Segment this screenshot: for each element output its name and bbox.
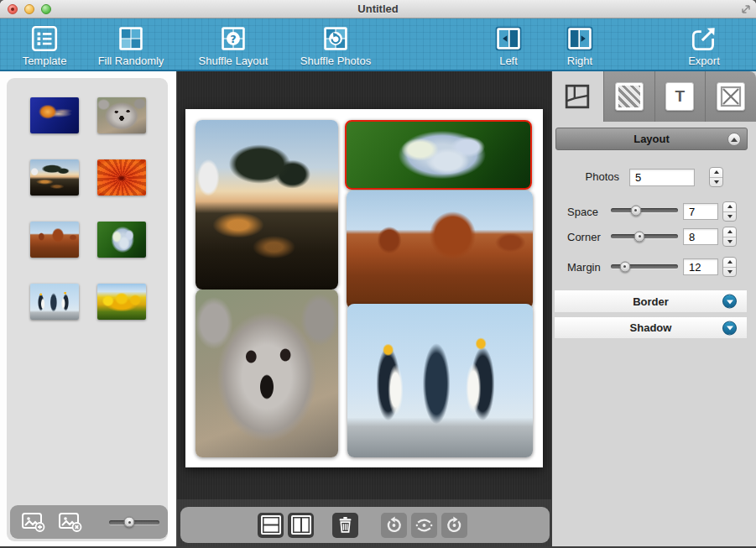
app-window: Untitled Template — [0, 0, 756, 548]
thumbnail-zoom-slider[interactable] — [109, 520, 159, 525]
space-label: Space — [567, 206, 598, 218]
svg-text:?: ? — [230, 32, 236, 44]
corner-stepper[interactable] — [722, 227, 737, 247]
border-section-header[interactable]: Border — [554, 290, 748, 313]
text-tab-icon: T — [665, 82, 694, 111]
space-slider[interactable] — [611, 208, 678, 212]
add-photos-button[interactable] — [21, 511, 46, 533]
collapse-layout-button[interactable] — [727, 133, 741, 146]
corner-slider[interactable] — [611, 234, 678, 238]
left-panel-icon — [471, 23, 546, 54]
tab-layout[interactable] — [552, 71, 603, 122]
layout-section-title: Layout — [633, 133, 670, 145]
shuffle-photos-icon — [298, 23, 373, 54]
shuffle-layout-button[interactable]: ? Shuffle Layout — [196, 23, 271, 67]
shuffle-layout-label: Shuffle Layout — [196, 55, 271, 67]
canvas-toolbar — [180, 507, 550, 543]
margin-stepper[interactable] — [722, 257, 737, 277]
split-horizontal-button[interactable] — [258, 513, 284, 538]
left-panel-label: Left — [471, 55, 546, 67]
photo-sidebar — [0, 71, 176, 548]
collage-photo-hydrangea-selected[interactable] — [345, 120, 532, 190]
space-knob[interactable] — [630, 205, 641, 216]
flip-vertical-button[interactable] — [411, 513, 437, 538]
export-label: Export — [666, 55, 742, 67]
space-field[interactable] — [683, 203, 718, 220]
fill-randomly-button[interactable]: Fill Randomly — [93, 23, 169, 67]
collage-photo-penguins[interactable] — [347, 304, 533, 457]
window-title: Untitled — [0, 3, 756, 15]
shadow-section-title: Shadow — [630, 321, 672, 334]
clear-tab-icon — [717, 82, 745, 111]
collage-photo-lighthouse-coast[interactable] — [196, 120, 338, 290]
layout-section-header[interactable]: Layout — [555, 128, 748, 150]
thumbnail-yellow-tulips[interactable] — [97, 284, 146, 320]
tab-clear[interactable] — [705, 71, 756, 122]
shadow-section-header[interactable]: Shadow — [554, 316, 748, 339]
export-icon — [666, 23, 742, 54]
fill-randomly-icon — [93, 23, 169, 54]
remove-photos-button[interactable] — [58, 511, 83, 533]
main-area: T Layout Photos — [0, 71, 756, 548]
thumbnail-koala[interactable] — [97, 97, 146, 133]
margin-knob[interactable] — [619, 261, 630, 272]
delete-photo-button[interactable] — [332, 513, 358, 538]
corner-field[interactable] — [683, 228, 718, 245]
rotate-right-button[interactable] — [441, 513, 467, 538]
split-vertical-icon — [290, 514, 312, 535]
export-button[interactable]: Export — [666, 23, 742, 67]
split-vertical-button[interactable] — [288, 513, 314, 538]
thumbnail-penguins[interactable] — [30, 284, 79, 320]
photos-count-field[interactable] — [629, 169, 695, 186]
sidebar-toolbar — [10, 505, 168, 539]
flip-vertical-icon — [413, 514, 435, 536]
expand-shadow-button[interactable] — [722, 321, 737, 335]
expand-border-button[interactable] — [722, 295, 737, 309]
split-horizontal-icon — [260, 514, 282, 535]
margin-field[interactable] — [683, 258, 718, 275]
template-label: Template — [7, 55, 82, 67]
shuffle-photos-button[interactable]: Shuffle Photos — [298, 23, 373, 67]
margin-label: Margin — [567, 261, 601, 274]
thumbnail-grid — [7, 78, 168, 320]
collage-canvas — [176, 71, 552, 548]
photos-stepper[interactable] — [709, 167, 723, 187]
shuffle-photos-label: Shuffle Photos — [298, 55, 373, 67]
titlebar: Untitled — [0, 0, 756, 18]
corner-label: Corner — [567, 231, 601, 243]
inspector-tabs: T — [552, 71, 756, 122]
collage-page[interactable] — [185, 109, 543, 467]
thumbnail-hydrangea[interactable] — [97, 222, 146, 258]
margin-slider[interactable] — [611, 264, 678, 269]
tab-text[interactable]: T — [654, 71, 706, 122]
border-section-title: Border — [633, 295, 669, 308]
right-panel-label: Right — [542, 55, 618, 67]
background-tab-icon — [615, 82, 644, 111]
remove-image-icon — [58, 512, 83, 533]
thumbnail-monument-valley[interactable] — [30, 222, 79, 258]
right-panel-icon — [542, 23, 618, 54]
photos-label: Photos — [552, 170, 619, 183]
main-toolbar: Template Fill Randomly ? — [0, 18, 756, 71]
thumbnail-lighthouse-coast[interactable] — [30, 159, 79, 196]
inspector-panel: T Layout Photos — [552, 71, 756, 548]
thumbnail-zoom-knob[interactable] — [124, 517, 135, 528]
shuffle-layout-icon: ? — [196, 23, 271, 54]
trash-icon — [334, 514, 357, 536]
thumbnail-red-flower[interactable] — [97, 159, 146, 196]
rotate-left-button[interactable] — [381, 513, 407, 538]
collage-photo-koala[interactable] — [196, 290, 338, 457]
fill-randomly-label: Fill Randomly — [93, 55, 169, 67]
thumbnail-jellyfish[interactable] — [30, 97, 79, 133]
rotate-right-icon — [443, 514, 466, 536]
add-image-icon — [21, 512, 46, 533]
space-stepper[interactable] — [722, 201, 737, 222]
resize-icon[interactable] — [740, 3, 752, 18]
template-button[interactable]: Template — [7, 23, 82, 67]
corner-knob[interactable] — [634, 231, 645, 242]
left-panel-button[interactable]: Left — [471, 23, 546, 67]
right-panel-button[interactable]: Right — [542, 23, 618, 67]
collage-photo-monument-valley[interactable] — [347, 190, 533, 309]
tab-background[interactable] — [603, 71, 654, 122]
layout-tab-icon — [564, 83, 591, 110]
